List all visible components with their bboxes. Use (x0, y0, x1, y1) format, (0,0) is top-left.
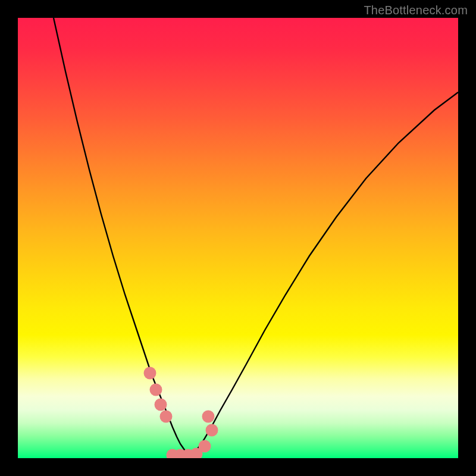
marker-dot (199, 440, 211, 453)
plot-area (18, 18, 458, 458)
marker-dot (202, 411, 215, 423)
curve-layer (18, 18, 458, 458)
curve-left-branch (54, 18, 190, 458)
chart-frame: TheBottleneck.com (0, 0, 476, 476)
marker-dot (160, 411, 173, 423)
marker-dot (144, 367, 156, 380)
curve-right-branch (190, 92, 458, 458)
marker-dot (150, 384, 162, 396)
marker-dot (206, 424, 218, 437)
watermark-text: TheBottleneck.com (364, 4, 468, 17)
marker-dot (155, 399, 167, 411)
